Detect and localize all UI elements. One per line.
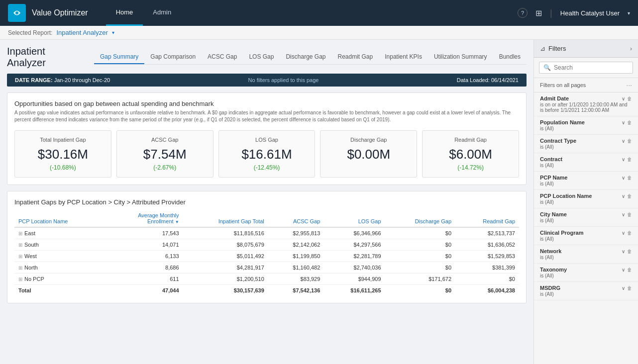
help-icon[interactable]: ? (518, 8, 528, 18)
filter-item[interactable]: Contract ∨ 🗑 is (All) (534, 153, 638, 172)
filter-collapse-icon[interactable]: ∨ (622, 230, 625, 236)
filter-item[interactable]: MSDRG ∨ 🗑 is (All) (534, 282, 638, 300)
col-los-gap[interactable]: LOS Gap (324, 210, 385, 227)
top-nav: Value Optimizer Home Admin ? ⊞ | Health … (0, 0, 638, 26)
search-input[interactable] (554, 64, 629, 71)
user-dropdown-icon[interactable]: ▾ (628, 10, 630, 16)
total-label: Total (14, 285, 106, 296)
report-dropdown-arrow[interactable]: ▾ (112, 30, 114, 35)
col-pcp-location[interactable]: PCP Location Name (14, 210, 106, 227)
row-readmit: $0 (455, 273, 519, 285)
filter-collapse-icon[interactable]: ∨ (622, 120, 625, 125)
filter-clear-icon[interactable]: 🗑 (627, 96, 632, 101)
filter-item[interactable]: Population Name ∨ 🗑 is (All) (534, 116, 638, 135)
row-readmit: $2,513,737 (455, 227, 519, 239)
nav-home[interactable]: Home (106, 0, 143, 26)
filter-item-controls: ∨ 🗑 (622, 175, 632, 181)
filter-funnel-icon: ⊿ (540, 45, 545, 52)
gap-section: Opportunities based on gap between actua… (7, 92, 527, 185)
row-acsc: $2,955,813 (268, 227, 324, 239)
gap-section-desc: A positive gap value indicates actual pe… (14, 109, 519, 123)
col-avg-enrollment[interactable]: Average Monthly Enrollment ▼ (106, 210, 183, 227)
filter-collapse-icon[interactable]: ∨ (622, 138, 625, 144)
report-name[interactable]: Inpatient Analyzer (56, 29, 107, 36)
row-discharge: $171,672 (385, 273, 456, 285)
filter-collapse-icon[interactable]: ∨ (622, 212, 625, 217)
tab-gap-comparison[interactable]: Gap Comparison (144, 50, 202, 64)
filter-item[interactable]: PCP Location Name ∨ 🗑 is (All) (534, 190, 638, 208)
filter-item-name: Network (540, 248, 561, 254)
tab-bundles[interactable]: Bundles (493, 50, 527, 64)
nav-admin[interactable]: Admin (143, 0, 181, 26)
analyzer-title: Inpatient Analyzer (7, 46, 82, 69)
filter-item-name: Clinical Program (540, 230, 583, 236)
filter-item[interactable]: Admit Date ∨ 🗑 is on or after 1/1/2020 1… (534, 92, 638, 116)
apps-grid-icon[interactable]: ⊞ (535, 8, 542, 18)
tab-discharge-gap[interactable]: Discharge Gap (280, 50, 331, 64)
filter-clear-icon[interactable]: 🗑 (627, 175, 632, 181)
filter-item-name: Taxonomy (540, 267, 567, 273)
filter-clear-icon[interactable]: 🗑 (627, 267, 632, 273)
filter-item[interactable]: City Name ∨ 🗑 is (All) (534, 208, 638, 227)
expand-icon[interactable]: ⊞ (18, 265, 22, 271)
filters-more-icon[interactable]: ··· (626, 81, 632, 89)
filter-collapse-icon[interactable]: ∨ (622, 193, 625, 199)
row-ip-gap: $4,281,917 (183, 262, 268, 273)
row-los: $2,740,036 (324, 262, 385, 273)
col-readmit-gap[interactable]: Readmit Gap (455, 210, 519, 227)
filter-collapse-icon[interactable]: ∨ (622, 249, 625, 254)
tab-los-gap[interactable]: LOS Gap (243, 50, 280, 64)
filter-item-value: is (All) (540, 273, 632, 278)
table-section-title: Inpatient Gaps by PCP Location > City > … (14, 198, 519, 206)
tab-inpatient-kpis[interactable]: Inpatient KPIs (379, 50, 428, 64)
filter-collapse-icon[interactable]: ∨ (622, 96, 625, 101)
filter-clear-icon[interactable]: 🗑 (627, 193, 632, 199)
expand-icon[interactable]: ⊞ (18, 231, 22, 236)
filter-item-name: PCP Name (540, 175, 567, 181)
filter-collapse-icon[interactable]: ∨ (622, 157, 625, 162)
row-location: ⊞South (14, 239, 106, 251)
tab-gap-summary[interactable]: Gap Summary (94, 50, 144, 64)
col-discharge-gap[interactable]: Discharge Gap (385, 210, 456, 227)
filter-clear-icon[interactable]: 🗑 (627, 230, 632, 236)
expand-icon[interactable]: ⊞ (18, 242, 22, 248)
gap-card-acsc: ACSC Gap $7.54M (-2.67%) (116, 130, 213, 178)
user-name[interactable]: Health Catalyst User (560, 9, 620, 17)
col-acsc-gap[interactable]: ACSC Gap (268, 210, 324, 227)
filter-collapse-icon[interactable]: ∨ (622, 175, 625, 181)
row-avg-enrollment: 8,686 (106, 262, 183, 273)
row-readmit: $381,399 (455, 262, 519, 273)
filter-collapse-icon[interactable]: ∨ (622, 285, 625, 291)
filter-item-header: PCP Name ∨ 🗑 (540, 175, 632, 181)
col-ip-gap-total[interactable]: Inpatient Gap Total (183, 210, 268, 227)
filter-item[interactable]: PCP Name ∨ 🗑 is (All) (534, 172, 638, 190)
gap-card-los-label: LOS Gap (224, 137, 310, 143)
filter-clear-icon[interactable]: 🗑 (627, 138, 632, 144)
filter-collapse-icon[interactable]: ∨ (622, 267, 625, 273)
row-discharge: $0 (385, 251, 456, 262)
tab-readmit-gap[interactable]: Readmit Gap (332, 50, 379, 64)
filter-clear-icon[interactable]: 🗑 (627, 212, 632, 217)
filter-item[interactable]: Taxonomy ∨ 🗑 is (All) (534, 264, 638, 282)
nav-divider: | (550, 8, 552, 18)
filter-item[interactable]: Contract Type ∨ 🗑 is (All) (534, 135, 638, 153)
filter-clear-icon[interactable]: 🗑 (627, 285, 632, 291)
filter-clear-icon[interactable]: 🗑 (627, 120, 632, 125)
filter-clear-icon[interactable]: 🗑 (627, 157, 632, 162)
row-avg-enrollment: 611 (106, 273, 183, 285)
expand-icon[interactable]: ⊞ (18, 254, 22, 259)
filter-item-controls: ∨ 🗑 (622, 249, 632, 254)
filter-expand-icon[interactable]: › (630, 45, 632, 52)
filter-clear-icon[interactable]: 🗑 (627, 249, 632, 254)
tab-acsc-gap[interactable]: ACSC Gap (202, 50, 243, 64)
gap-card-discharge-value: $0.00M (325, 147, 412, 162)
expand-icon[interactable]: ⊞ (18, 276, 22, 282)
svg-point-0 (15, 11, 18, 14)
filter-item[interactable]: Network ∨ 🗑 is (All) (534, 245, 638, 264)
gap-card-acsc-value: $7.54M (122, 147, 208, 162)
date-range: DATE RANGE: Jan-20 through Dec-20 (15, 77, 110, 83)
row-location: ⊞West (14, 251, 106, 262)
tab-utilization-summary[interactable]: Utilization Summary (428, 50, 493, 64)
gap-card-readmit: Readmit Gap $6.00M (-14.72%) (422, 130, 519, 178)
filter-item[interactable]: Clinical Program ∨ 🗑 is (All) (534, 227, 638, 245)
